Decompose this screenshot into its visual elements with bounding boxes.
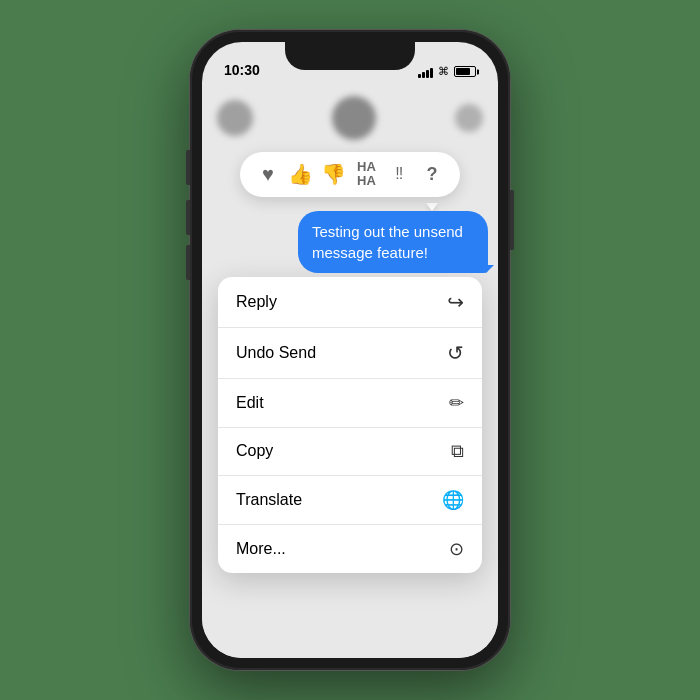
reaction-thumbsup[interactable]: 👍 (287, 162, 315, 186)
menu-item-translate[interactable]: Translate 🌐 (218, 476, 482, 525)
edit-label: Edit (236, 394, 264, 412)
reaction-tail (426, 203, 438, 211)
reply-label: Reply (236, 293, 277, 311)
battery-icon (454, 66, 476, 77)
reaction-question[interactable]: ? (418, 164, 446, 185)
menu-item-reply[interactable]: Reply ↩ (218, 277, 482, 328)
message-bubble-wrapper: Testing out the unsend message feature! (212, 211, 488, 273)
translate-label: Translate (236, 491, 302, 509)
status-icons: ⌘ (418, 65, 476, 78)
menu-item-edit[interactable]: Edit ✏ (218, 379, 482, 428)
reaction-bar: ♥ 👍 👎 HAHA ‼ ? (240, 152, 460, 197)
reaction-exclamation[interactable]: ‼ (385, 165, 413, 183)
translate-icon: 🌐 (442, 489, 464, 511)
status-time: 10:30 (224, 62, 260, 78)
avatar-right (455, 104, 483, 132)
wifi-icon: ⌘ (438, 65, 449, 78)
reaction-haha[interactable]: HAHA (352, 160, 380, 189)
more-label: More... (236, 540, 286, 558)
more-icon: ⊙ (449, 538, 464, 560)
reaction-thumbsdown[interactable]: 👎 (320, 162, 348, 186)
avatar-left (217, 100, 253, 136)
copy-label: Copy (236, 442, 273, 460)
menu-item-more[interactable]: More... ⊙ (218, 525, 482, 573)
copy-icon: ⧉ (451, 441, 464, 462)
avatars-row (212, 96, 488, 140)
phone-screen: 10:30 ⌘ (202, 42, 498, 658)
bubble-tail (486, 265, 494, 273)
edit-icon: ✏ (449, 392, 464, 414)
menu-item-undo-send[interactable]: Undo Send ↺ (218, 328, 482, 379)
phone-frame: 10:30 ⌘ (190, 30, 510, 670)
avatar-center (332, 96, 376, 140)
message-bubble: Testing out the unsend message feature! (298, 211, 488, 273)
undo-send-icon: ↺ (447, 341, 464, 365)
signal-icon (418, 66, 433, 78)
menu-item-copy[interactable]: Copy ⧉ (218, 428, 482, 476)
context-menu: Reply ↩ Undo Send ↺ Edit ✏ Copy ⧉ Transl… (218, 277, 482, 573)
message-text: Testing out the unsend message feature! (312, 223, 463, 261)
reaction-heart[interactable]: ♥ (254, 163, 282, 186)
reply-icon: ↩ (447, 290, 464, 314)
undo-send-label: Undo Send (236, 344, 316, 362)
chat-area: ♥ 👍 👎 HAHA ‼ ? Testing out the unsend me… (202, 86, 498, 658)
notch (285, 42, 415, 70)
